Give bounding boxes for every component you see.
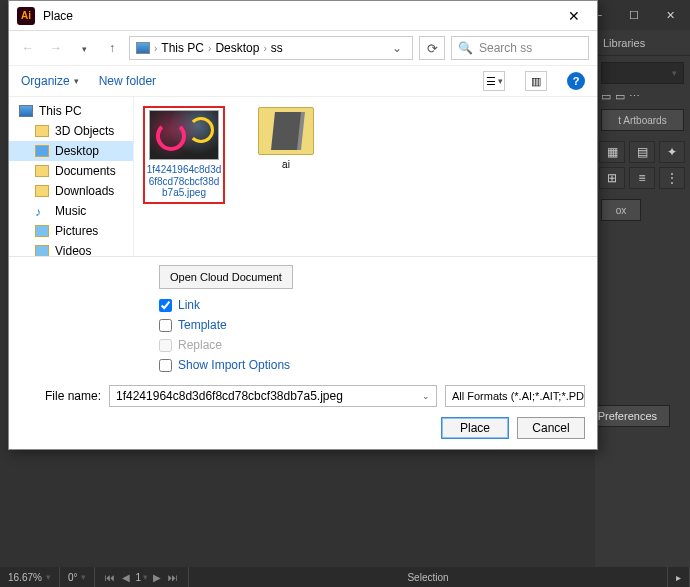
panel-ox-button[interactable]: ox xyxy=(601,199,641,221)
grid-icon[interactable]: ▦ xyxy=(599,141,625,163)
layout-icon[interactable]: ⊞ xyxy=(599,167,625,189)
refresh-button[interactable]: ⟳ xyxy=(419,36,445,60)
grid2-icon[interactable]: ▤ xyxy=(629,141,655,163)
star-icon[interactable]: ✦ xyxy=(659,141,685,163)
tree-3d-objects[interactable]: 3D Objects xyxy=(9,121,133,141)
tree-pictures[interactable]: Pictures xyxy=(9,221,133,241)
panel-dropdown[interactable]: ▾ xyxy=(601,62,684,84)
file-item-label: 1f4241964c8d3d6f8cd78cbcf38db7a5.jpeg xyxy=(146,164,222,199)
crumb-desktop[interactable]: Desktop xyxy=(215,41,259,55)
place-button[interactable]: Place xyxy=(441,417,509,439)
rotation-angle[interactable]: 0°▾ xyxy=(60,567,96,587)
page-number: 1 xyxy=(135,572,141,583)
status-bar: 16.67%▾ 0°▾ ⏮ ◀ 1 ▾ ▶ ⏭ Selection ▸ xyxy=(0,567,690,587)
filename-label: File name: xyxy=(21,389,101,403)
nav-up-icon[interactable]: ↑ xyxy=(101,41,123,55)
panel-tool-1[interactable]: ▭ xyxy=(601,90,611,103)
first-page-icon[interactable]: ⏮ xyxy=(103,572,117,583)
path-dropdown-icon[interactable]: ⌄ xyxy=(388,41,406,55)
help-icon[interactable]: ? xyxy=(567,72,585,90)
tree-downloads[interactable]: Downloads xyxy=(9,181,133,201)
panel-tool-2[interactable]: ▭ xyxy=(615,90,625,103)
folder-item-label: ai xyxy=(282,159,290,171)
new-folder-button[interactable]: New folder xyxy=(99,74,156,88)
tree-desktop[interactable]: Desktop xyxy=(9,141,133,161)
search-placeholder: Search ss xyxy=(479,41,532,55)
image-thumbnail xyxy=(149,110,219,160)
ai-logo-icon: Ai xyxy=(17,7,35,25)
place-dialog: Ai Place ✕ ← → ▾ ↑ › This PC › Desktop ›… xyxy=(8,0,598,450)
panel-artboards-button[interactable]: t Artboards xyxy=(601,109,684,131)
search-input[interactable]: 🔍 Search ss xyxy=(451,36,589,60)
panel-libraries[interactable]: Libraries xyxy=(595,30,690,56)
nav-recent-icon[interactable]: ▾ xyxy=(73,41,95,55)
open-cloud-document-button[interactable]: Open Cloud Document xyxy=(159,265,293,289)
prev-page-icon[interactable]: ◀ xyxy=(119,572,133,583)
crumb-this-pc[interactable]: This PC xyxy=(161,41,204,55)
search-icon: 🔍 xyxy=(458,41,473,55)
page-nav[interactable]: ⏮ ◀ 1 ▾ ▶ ⏭ xyxy=(95,567,189,587)
next-page-icon[interactable]: ▶ xyxy=(150,572,164,583)
host-maximize[interactable]: ☐ xyxy=(620,5,648,25)
show-import-options-checkbox[interactable]: Show Import Options xyxy=(159,355,585,375)
nav-forward-icon: → xyxy=(45,41,67,55)
tree-this-pc[interactable]: This PC xyxy=(9,101,133,121)
nav-back-icon[interactable]: ← xyxy=(17,41,39,55)
status-mode: Selection xyxy=(189,567,668,587)
file-item-jpeg[interactable]: 1f4241964c8d3d6f8cd78cbcf38db7a5.jpeg xyxy=(144,107,224,203)
breadcrumb[interactable]: › This PC › Desktop › ss ⌄ xyxy=(129,36,413,60)
host-close[interactable]: ✕ xyxy=(656,5,684,25)
link-checkbox[interactable]: Link xyxy=(159,295,585,315)
last-page-icon[interactable]: ⏭ xyxy=(166,572,180,583)
misc-icon[interactable]: ⋮ xyxy=(659,167,685,189)
folder-icon xyxy=(258,107,314,155)
file-grid: 1f4241964c8d3d6f8cd78cbcf38db7a5.jpeg ai xyxy=(134,97,597,256)
dialog-title: Place xyxy=(43,9,559,23)
pc-icon xyxy=(136,42,150,54)
crumb-ss[interactable]: ss xyxy=(271,41,283,55)
status-expand-icon[interactable]: ▸ xyxy=(668,567,690,587)
tree-documents[interactable]: Documents xyxy=(9,161,133,181)
folder-item-ai[interactable]: ai xyxy=(246,107,326,171)
nav-tree: This PC 3D Objects Desktop Documents Dow… xyxy=(9,97,134,256)
view-mode-button[interactable]: ☰▾ xyxy=(483,71,505,91)
align-icon[interactable]: ≡ xyxy=(629,167,655,189)
organize-menu[interactable]: Organize▾ xyxy=(21,74,79,88)
tree-music[interactable]: ♪Music xyxy=(9,201,133,221)
panel-tool-3[interactable]: ⋯ xyxy=(629,90,640,103)
dialog-close-button[interactable]: ✕ xyxy=(559,2,589,30)
filename-input[interactable]: 1f4241964c8d3d6f8cd78cbcf38db7a5.jpeg⌄ xyxy=(109,385,437,407)
format-select[interactable]: All Formats (*.AI;*.AIT;*.PDF;*.D⌄ xyxy=(445,385,585,407)
tree-videos[interactable]: Videos xyxy=(9,241,133,256)
filename-dropdown-icon[interactable]: ⌄ xyxy=(422,391,430,401)
cancel-button[interactable]: Cancel xyxy=(517,417,585,439)
zoom-level[interactable]: 16.67%▾ xyxy=(0,567,60,587)
replace-checkbox: Replace xyxy=(159,335,585,355)
preview-pane-button[interactable]: ▥ xyxy=(525,71,547,91)
template-checkbox[interactable]: Template xyxy=(159,315,585,335)
